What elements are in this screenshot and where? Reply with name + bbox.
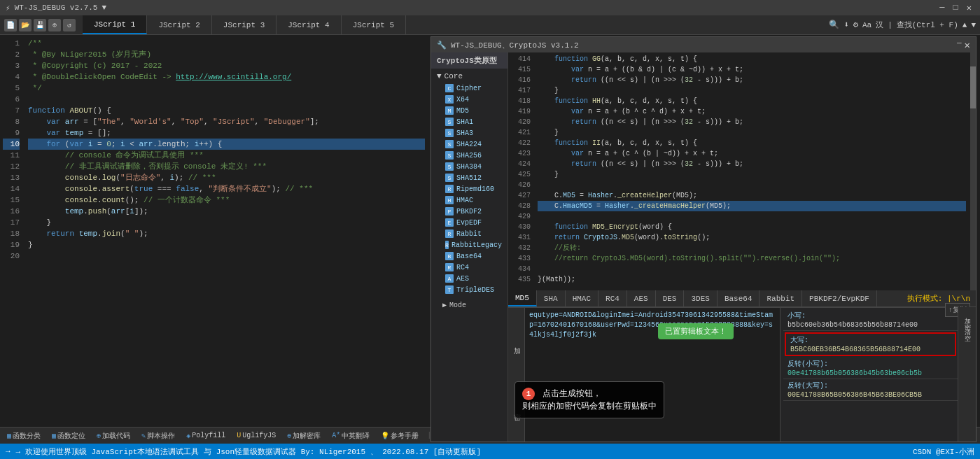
tab-jscript3[interactable]: JScript 3 [212,15,276,34]
sha512-icon: S [445,174,454,182]
algo-tab-3des[interactable]: 3DES [684,290,717,306]
bt-load-code[interactable]: ⊕ 加载代码 [94,430,133,442]
rabbit-icon: R [445,230,454,238]
cv-line-419: var n = a + (b ^ c ^ d) + x + t; [538,106,966,117]
evpkdf-icon: E [445,218,454,227]
settings-icon[interactable]: ⚙ [853,20,858,30]
algo-tab-md5[interactable]: MD5 [508,290,537,306]
find-icon[interactable]: 🔍 [829,20,839,30]
rabbitlegacy-icon: R [445,241,449,249]
bt-func-classify[interactable]: ▦ 函数分类 [4,430,43,442]
open-icon[interactable]: 📂 [19,19,31,31]
tab-jscript2[interactable]: JScript 2 [147,15,211,34]
code-area[interactable]: /** * @By NLiger2015 (岁月无声) * @Copyright… [22,35,430,427]
editor-content: 12345 678910 1112131415 1617181920 /** *… [0,35,430,427]
tree-item-x64[interactable]: XX64 [431,94,507,105]
tree-item-rabbit[interactable]: RRabbit [431,228,507,239]
algo-tab-des[interactable]: DES [656,290,685,306]
tree-item-pbkdf2[interactable]: PPBKDF2 [431,206,507,217]
bt-func-locate[interactable]: ▦ 函数定位 [49,430,88,442]
tree-item-rabbitlegacy[interactable]: RRabbitLegacy [431,239,507,250]
algo-tab-hmac[interactable]: HMAC [566,290,598,306]
crypto-close-btn[interactable]: ✕ [965,39,970,51]
tree-mode-header[interactable]: ▶ Mode [437,299,502,311]
tree-core-header[interactable]: ▼ Core [431,70,507,83]
tree-item-aes[interactable]: AAES [431,273,507,284]
tree-item-sha384[interactable]: SSHA384 [431,161,507,172]
tree-item-ripemd160[interactable]: RRipemd160 [431,183,507,195]
refresh-icon[interactable]: ↺ [63,19,76,31]
tree-core-label: Core [444,72,463,80]
tab-jscript1[interactable]: JScript 1 [83,15,147,34]
encrypt-right: 加 密 清 空 小写: b5bc60eb36b54b68365b56b88714… [780,308,976,442]
tree-item-sha3[interactable]: SSHA3 [431,127,507,139]
tree-item-cipher[interactable]: CCipher [431,83,507,94]
tree-item-rc4[interactable]: RRC4 [431,262,507,273]
sha1-icon: S [445,118,454,126]
tab-jscript4[interactable]: JScript 4 [276,15,341,34]
new-file-icon[interactable]: 📄 [4,19,17,31]
func-classify-label: 函数分类 [13,431,41,441]
tree-item-tripledes[interactable]: TTripleDES [431,284,507,295]
encrypt-input-row: 加 密 equtype=ANDROID&loginImei=Android354… [508,308,976,442]
title-bar-controls[interactable]: ─ □ ✕ [937,3,974,13]
cv-line-426 [538,180,966,190]
algo-tab-aes[interactable]: AES [627,290,656,306]
algo-tab-rabbit[interactable]: Rabbit [760,290,802,306]
encrypt-left-labels: 加 密 [508,308,525,442]
cv-code-content[interactable]: function GG(a, b, c, d, x, s, t) { var n… [533,52,970,290]
result-uppercase-label: 大写: [790,335,951,345]
cv-line-418: function HH(a, b, c, d, x, s, t) { [538,96,966,106]
crypto-title-content: 🔧 WT-JS_DEBUG、CryptoJS v3.1.2 [437,40,579,50]
tree-item-evpkdf[interactable]: EEvpEDF [431,217,507,228]
maximize-btn[interactable]: □ [951,3,961,13]
results-container: 小写: b5bc60eb36b54b68365b56b88714e00 大写: … [780,308,976,442]
tree-item-base64[interactable]: BBase64 [431,250,507,262]
cv-scrollbar[interactable] [970,52,976,290]
algo-tab-base64[interactable]: Base64 [718,290,760,306]
tree-item-hmac[interactable]: HHMAC [431,195,507,206]
encrypt-input-area[interactable]: equtype=ANDROID&loginImei=Android3547306… [525,308,780,442]
algo-tab-pbkdf2[interactable]: PBKDF2/EvpKDF [802,290,877,306]
tab-jscript5[interactable]: JScript 5 [342,15,406,34]
translate-label: 中英翻译 [342,431,370,441]
save-icon[interactable]: 💾 [34,19,46,31]
encrypt-input-text[interactable]: equtype=ANDROID&loginImei=Android3547306… [529,311,776,340]
code-viewer-lines: 414415416417 418419420421 422423424425 4… [508,52,976,290]
right-encrypt-label: 密 [961,316,973,321]
bt-uglify[interactable]: U UglifyJS [234,431,279,440]
tree-item-sha1[interactable]: SSHA1 [431,116,507,127]
crypto-minimize-btn[interactable]: ─ [957,39,962,51]
close-btn[interactable]: ✕ [964,3,974,13]
toolbar-icons: 📄 📂 💾 ⊕ ↺ [4,19,76,31]
x64-icon: X [445,95,454,104]
tree-item-sha512[interactable]: SSHA512 [431,172,507,183]
right-clear-label2: 空 [961,327,973,332]
cv-line-424: return ((n << s) | (n >>> (32 - s))) + b… [538,159,966,169]
minimize-btn[interactable]: ─ [937,3,947,13]
tree-item-md5[interactable]: MMD5 [431,105,507,116]
crypto-window-controls[interactable]: ─ ✕ [957,39,970,51]
tree-item-sha256[interactable]: SSHA256 [431,150,507,161]
scroll-up-btn[interactable]: ▲ [962,21,967,29]
status-arrow: → [6,447,10,456]
save-all-icon[interactable]: ⊕ [48,19,61,31]
title-bar-left: ⚡ WT-JS_DEBUG v2.7.5 ▼ [6,3,106,13]
pbkdf2-icon: P [445,207,454,216]
bt-crypto-lib[interactable]: ⊕ 加解密库 [284,430,323,442]
algo-tab-sha[interactable]: SHA [537,290,566,306]
load-code-icon: ⊕ [97,432,101,440]
download-icon[interactable]: ⬇ [844,20,848,30]
scroll-down-btn[interactable]: ▼ [971,21,976,29]
cv-line-422: function II(a, b, c, d, x, s, t) { [538,138,966,148]
cv-scrollbar-thumb[interactable] [970,66,976,108]
dropdown-arrow[interactable]: ▼ [102,3,106,12]
bt-reference[interactable]: 💡 参考手册 [378,430,421,442]
code-line-9: var temp = []; [28,127,425,139]
bt-translate[interactable]: A* 中英翻译 [329,430,372,442]
algo-tab-rc4[interactable]: RC4 [598,290,627,306]
bt-polyfill[interactable]: ◈ Polyfill [183,431,228,441]
tree-item-sha224[interactable]: SSHA224 [431,139,507,150]
bt-script-ops[interactable]: ✎ 脚本操作 [139,430,178,442]
code-line-7: function ABOUT() { [28,105,425,116]
